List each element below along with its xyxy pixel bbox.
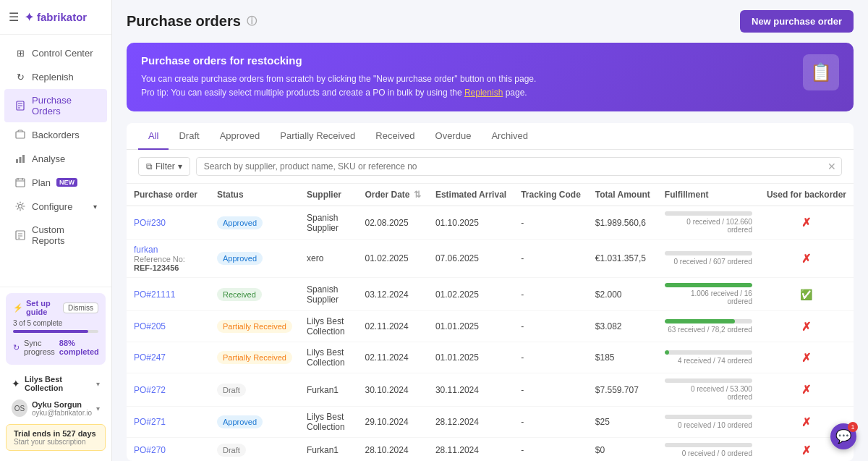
cell-order-date: 01.02.2025 <box>358 240 428 278</box>
replenish-link[interactable]: Replenish <box>464 88 503 98</box>
new-purchase-order-button[interactable]: New purchase order <box>740 10 854 33</box>
purchase-orders-table: Purchase order Status Supplier Order Dat… <box>127 184 854 461</box>
sidebar-item-plan[interactable]: Plan NEW <box>4 171 107 194</box>
banner-content: Purchase orders for restocking You can c… <box>141 54 803 100</box>
sidebar-item-label: Replenish <box>32 72 74 83</box>
cell-estimated-arrival: 28.12.2024 <box>428 407 514 438</box>
cell-fulfillment: 0 received / 0 ordered <box>658 438 760 461</box>
tab-draft[interactable]: Draft <box>169 123 209 150</box>
sidebar-item-replenish[interactable]: ↻ Replenish <box>4 65 107 88</box>
po-link[interactable]: furkan <box>134 245 158 255</box>
control-center-icon: ⊞ <box>14 47 26 59</box>
fulfillment-text: 0 received / 0 ordered <box>665 449 752 457</box>
setup-guide-box: ⚡ Set up guide Dismiss 3 of 5 complete ↻… <box>6 293 106 365</box>
col-status: Status <box>210 184 299 206</box>
user-info: Oyku Sorgun oyku@fabrikator.io <box>32 400 92 417</box>
sidebar-item-backorders[interactable]: Backorders <box>4 123 107 146</box>
fulfillment-fill <box>665 350 669 355</box>
backorder-x-icon: ✗ <box>801 444 811 457</box>
sidebar-item-purchase-orders[interactable]: Purchase Orders <box>4 89 107 122</box>
po-link[interactable]: PO#270 <box>134 445 166 455</box>
user-chevron: ▾ <box>96 405 100 413</box>
sidebar-item-custom-reports[interactable]: Custom Reports <box>4 219 107 252</box>
cell-supplier: Furkan1 <box>299 373 358 407</box>
configure-icon <box>14 200 26 212</box>
svg-rect-8 <box>16 179 25 187</box>
cell-total-amount: $185 <box>588 342 658 373</box>
workspace-name: Lilys Best Collection <box>25 375 92 392</box>
banner-icon: 📋 <box>803 54 839 90</box>
search-clear-icon[interactable]: ✕ <box>827 161 836 172</box>
cell-backorder: ✗ <box>760 240 854 278</box>
sidebar-bottom: ⚡ Set up guide Dismiss 3 of 5 complete ↻… <box>0 287 111 461</box>
plan-icon <box>14 177 26 188</box>
hamburger-icon[interactable]: ☰ <box>9 10 19 24</box>
fulfillment-bar <box>665 211 752 216</box>
sidebar: ☰ ✦ fabrikator ⊞ Control Center ↻ Replen… <box>0 0 112 461</box>
status-badge: Approved <box>217 216 263 229</box>
tab-all[interactable]: All <box>138 123 169 150</box>
cell-supplier: Lilys Best Collection <box>299 407 358 438</box>
cell-total-amount: $0 <box>588 438 658 461</box>
sidebar-item-label: Control Center <box>32 48 93 59</box>
fulfillment-bar <box>665 350 752 355</box>
col-purchase-order: Purchase order <box>127 184 210 206</box>
cell-total-amount: $7.559.707 <box>588 373 658 407</box>
po-link[interactable]: PO#272 <box>134 385 166 395</box>
chat-widget[interactable]: 💬 1 <box>830 423 856 449</box>
sidebar-item-control-center[interactable]: ⊞ Control Center <box>4 41 107 64</box>
cell-tracking-code: - <box>514 438 588 461</box>
table-row: PO#21111 Received Spanish Supplier 03.12… <box>127 278 854 311</box>
custom-reports-icon <box>14 229 26 241</box>
po-link[interactable]: PO#271 <box>134 417 166 427</box>
po-link[interactable]: PO#230 <box>134 218 166 228</box>
sidebar-header: ☰ ✦ fabrikator <box>0 0 111 35</box>
tab-approved[interactable]: Approved <box>210 123 271 150</box>
col-order-date[interactable]: Order Date ⇅ <box>358 184 428 206</box>
cell-supplier: xero <box>299 240 358 278</box>
svg-point-12 <box>19 205 22 208</box>
table-row: PO#205 Partially Received Lilys Best Col… <box>127 311 854 342</box>
tab-partially-received[interactable]: Partially Received <box>270 123 365 150</box>
table-row: PO#272 Draft Furkan1 30.10.2024 30.11.20… <box>127 373 854 407</box>
table-row: PO#230 Approved Spanish Supplier 02.08.2… <box>127 206 854 240</box>
tab-received[interactable]: Received <box>365 123 425 150</box>
table-row: PO#270 Draft Furkan1 28.10.2024 28.11.20… <box>127 438 854 461</box>
cell-status: Received <box>210 278 299 311</box>
col-total-amount: Total Amount <box>588 184 658 206</box>
cell-tracking-code: - <box>514 342 588 373</box>
cell-status: Approved <box>210 240 299 278</box>
analyse-icon <box>14 153 26 164</box>
fulfillment-bar <box>665 283 752 287</box>
dismiss-button[interactable]: Dismiss <box>63 303 98 313</box>
col-estimated-arrival: Estimated Arrival <box>428 184 514 206</box>
backorder-x-icon: ✗ <box>801 384 811 396</box>
sync-icon: ↻ <box>13 343 20 352</box>
cell-status: Partially Received <box>210 342 299 373</box>
setup-guide-title: ⚡ Set up guide <box>13 299 63 316</box>
po-link[interactable]: PO#21111 <box>134 289 175 300</box>
filter-button[interactable]: ⧉ Filter ▾ <box>138 157 190 176</box>
cell-status: Partially Received <box>210 311 299 342</box>
user-row[interactable]: OS Oyku Sorgun oyku@fabrikator.io ▾ <box>6 397 106 420</box>
tab-archived[interactable]: Archived <box>481 123 538 150</box>
info-icon: ⓘ <box>247 15 257 28</box>
svg-rect-4 <box>16 132 25 138</box>
cell-order-date: 29.10.2024 <box>358 407 428 438</box>
tabs: All Draft Approved Partially Received Re… <box>127 123 854 150</box>
sidebar-item-label: Plan <box>32 177 51 188</box>
workspace-row[interactable]: ✦ Lilys Best Collection ▾ <box>6 371 106 397</box>
sidebar-item-label: Analyse <box>32 153 65 164</box>
tab-overdue[interactable]: Overdue <box>425 123 482 150</box>
cell-supplier: Spanish Supplier <box>299 206 358 240</box>
sidebar-item-configure[interactable]: Configure ▾ <box>4 195 107 218</box>
search-input[interactable] <box>196 157 842 176</box>
po-link[interactable]: PO#247 <box>134 352 166 363</box>
fulfillment-text: 4 received / 74 ordered <box>665 357 752 365</box>
search-container: ✕ <box>196 157 842 176</box>
content-panel: All Draft Approved Partially Received Re… <box>127 123 854 461</box>
sync-label: Sync progress <box>24 339 55 356</box>
sidebar-item-analyse[interactable]: Analyse <box>4 147 107 170</box>
fulfillment-bar <box>665 443 752 447</box>
po-link[interactable]: PO#205 <box>134 321 166 331</box>
